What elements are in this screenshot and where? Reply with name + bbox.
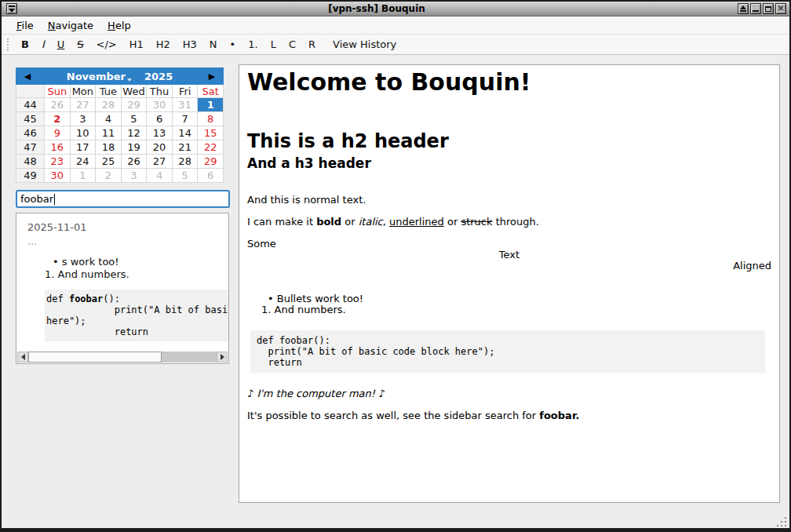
toolbar-button-align-center[interactable]: C [282, 36, 302, 53]
search-input[interactable]: foobar [16, 190, 230, 208]
menu-navigate[interactable]: Navigate [41, 18, 100, 33]
toolbar-button-align-left[interactable]: L [264, 36, 282, 53]
toolbar-button-bold[interactable]: B [15, 36, 35, 53]
calendar-day-cell[interactable]: 30 [147, 98, 173, 112]
calendar-week-number: 49 [16, 169, 45, 183]
calendar-day-cell[interactable]: 6 [198, 169, 224, 183]
calendar-day-header: Sun [45, 85, 71, 98]
calendar-day-cell[interactable]: 3 [122, 169, 148, 183]
calendar-day-cell[interactable]: 20 [147, 140, 173, 155]
calendar-day-cell[interactable]: 13 [147, 126, 173, 140]
calendar-day-cell[interactable]: 6 [147, 112, 173, 126]
calendar-day-cell[interactable]: 24 [71, 155, 97, 169]
calendar-week-number: 44 [16, 98, 45, 112]
note-music-line: ♪ I'm the computer man! ♪ [247, 388, 771, 399]
calendar-day-cell[interactable]: 14 [173, 126, 199, 140]
horizontal-scrollbar[interactable] [17, 352, 228, 363]
maximize-button[interactable] [763, 3, 774, 14]
calendar-day-cell[interactable]: 12 [122, 126, 148, 140]
calendar-day-cell[interactable]: 31 [173, 98, 199, 112]
calendar-day-cell[interactable]: 1 [198, 98, 224, 112]
menu-help[interactable]: Help [100, 18, 138, 33]
calendar-day-cell[interactable]: 5 [122, 112, 148, 126]
toolbar-button-h3[interactable]: H3 [177, 36, 203, 53]
toolbar-button-italic[interactable]: I [35, 36, 51, 53]
calendar-week-number: 48 [16, 155, 45, 169]
shade-icon [740, 5, 746, 9]
calendar-day-cell[interactable]: 11 [96, 126, 122, 140]
calendar-day-cell[interactable]: 28 [173, 155, 199, 169]
toolbar-button-normal[interactable]: N [203, 36, 224, 53]
calendar-day-cell[interactable]: 10 [71, 126, 97, 140]
calendar-next-button[interactable]: ▶ [200, 71, 224, 82]
calendar-day-cell[interactable]: 18 [96, 140, 122, 155]
calendar-day-cell[interactable]: 27 [71, 98, 97, 112]
calendar-day-cell[interactable]: 29 [198, 155, 224, 169]
calendar-day-cell[interactable]: 16 [45, 140, 71, 155]
note-view[interactable]: Welcome to Bouquin! This is a h2 header … [239, 64, 780, 503]
menu-file[interactable]: File [9, 18, 41, 33]
calendar-day-cell[interactable]: 17 [71, 140, 97, 155]
toolbar-button-h1[interactable]: H1 [123, 36, 150, 53]
calendar-day-cell[interactable]: 29 [122, 98, 148, 112]
toolbar-button-code[interactable]: </> [90, 36, 123, 53]
sidebar: ◀ November 2025 ▶ SunMonTueWedThuFriSat4… [16, 67, 230, 364]
window-title: [vpn-ssh] Bouquin [17, 3, 736, 14]
text-run: underlined [389, 216, 444, 228]
calendar-year-label[interactable]: 2025 [144, 71, 173, 82]
resize-grip-icon[interactable] [777, 516, 786, 527]
calendar-day-cell[interactable]: 8 [198, 112, 224, 126]
text-run: , [383, 216, 389, 228]
app-window: [vpn-ssh] Bouquin ✕ FileNavigateHelp BIU… [0, 0, 791, 532]
calendar-day-cell[interactable]: 15 [198, 126, 224, 140]
calendar-day-cell[interactable]: 9 [45, 126, 71, 140]
calendar-day-cell[interactable]: 26 [122, 155, 148, 169]
shade-button[interactable] [738, 3, 749, 14]
calendar-day-cell[interactable]: 19 [122, 140, 148, 155]
maximize-icon [765, 6, 771, 12]
calendar-day-cell[interactable]: 21 [173, 140, 199, 155]
scrollbar-track[interactable] [28, 352, 217, 363]
result-code-block: def foobar(): print("A bit of basichere"… [45, 290, 229, 341]
close-button[interactable]: ✕ [775, 3, 786, 14]
minimize-icon [753, 10, 759, 12]
toolbar-button-bullet-list[interactable]: • [224, 36, 242, 53]
calendar-day-cell[interactable]: 26 [45, 98, 71, 112]
calendar-day-cell[interactable]: 1 [71, 169, 97, 183]
calendar-day-cell[interactable]: 3 [71, 112, 97, 126]
calendar-day-cell[interactable]: 23 [45, 155, 71, 169]
calendar-day-cell[interactable]: 22 [198, 140, 224, 155]
calendar-corner-cell [16, 85, 45, 98]
window-menu-button[interactable] [6, 3, 17, 14]
search-results-panel[interactable]: 2025-11-01 … • s work too! 1. And number… [16, 213, 229, 364]
calendar-day-cell[interactable]: 4 [147, 169, 173, 183]
calendar-prev-button[interactable]: ◀ [16, 71, 39, 82]
titlebar: [vpn-ssh] Bouquin ✕ [2, 2, 789, 16]
calendar-day-cell[interactable]: 2 [96, 169, 122, 183]
toolbar-button-align-right[interactable]: R [302, 36, 322, 53]
calendar-day-cell[interactable]: 27 [147, 155, 173, 169]
text-run: foobar. [539, 410, 579, 421]
toolbar-button-numbered-list[interactable]: 1. [242, 36, 264, 53]
scrollbar-thumb[interactable] [28, 352, 162, 363]
scroll-right-button[interactable] [217, 352, 228, 363]
calendar-day-cell[interactable]: 7 [173, 112, 199, 126]
toolbar-button-h2[interactable]: H2 [150, 36, 177, 53]
calendar-week-number: 45 [16, 112, 45, 126]
toolbar-button-underline[interactable]: U [51, 36, 71, 53]
calendar-day-cell[interactable]: 25 [96, 155, 122, 169]
text-caret [54, 194, 55, 205]
scroll-left-button[interactable] [17, 352, 28, 363]
calendar-nav: ◀ November 2025 ▶ [16, 67, 224, 85]
calendar-month-dropdown[interactable]: November [67, 71, 132, 82]
calendar-day-cell[interactable]: 2 [45, 112, 71, 126]
calendar-day-cell[interactable]: 4 [96, 112, 122, 126]
calendar-day-cell[interactable]: 30 [45, 169, 71, 183]
calendar-day-cell[interactable]: 5 [173, 169, 199, 183]
calendar-day-cell[interactable]: 28 [96, 98, 122, 112]
calendar-day-header: Wed [122, 85, 148, 98]
toolbar-button-strikethrough[interactable]: S [71, 36, 89, 53]
text-run: I'm the computer man! [257, 388, 375, 399]
minimize-button[interactable] [750, 3, 761, 14]
toolbar-button-view-history[interactable]: View History [326, 36, 403, 53]
